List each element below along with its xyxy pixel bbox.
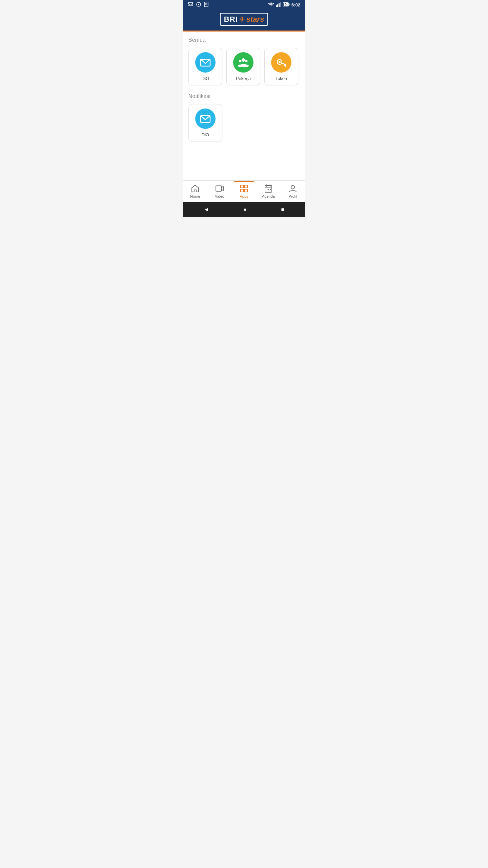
group-icon: [238, 57, 249, 68]
svg-rect-37: [265, 185, 272, 192]
logo-bri-text: BRI: [224, 15, 238, 24]
apps-grid-semua: DiO Pekerja: [188, 48, 300, 85]
svg-rect-8: [205, 3, 207, 5]
mail-icon: [200, 57, 211, 68]
apps-label: Apps: [240, 194, 248, 198]
nav-item-agenda[interactable]: Agenda: [256, 184, 281, 198]
svg-point-27: [279, 61, 281, 63]
home-button[interactable]: ●: [243, 206, 247, 213]
svg-rect-12: [280, 2, 281, 7]
mail-notif-icon: [200, 113, 211, 124]
battery-icon: [283, 2, 290, 7]
svg-rect-11: [279, 3, 280, 7]
app-card-dio-notif[interactable]: DiO: [188, 104, 222, 141]
dio-notif-icon-circle: [195, 108, 216, 129]
agenda-icon: [264, 184, 273, 193]
logo-satellite-icon: ✈: [239, 15, 245, 23]
app-card-dio-all[interactable]: DiO: [188, 48, 222, 85]
pekerja-icon-circle: [233, 52, 253, 73]
apps-grid-notifikasi: DiO: [188, 104, 300, 141]
dio-notif-label: DiO: [202, 132, 209, 137]
home-label: Home: [190, 194, 200, 198]
nav-item-video[interactable]: Video: [207, 184, 232, 198]
key-icon: [276, 57, 287, 68]
app-card-pekerja[interactable]: Pekerja: [226, 48, 260, 85]
svg-line-4: [190, 4, 191, 5]
svg-rect-15: [289, 3, 290, 5]
app-card-token[interactable]: Token: [264, 48, 298, 85]
token-icon-circle: [271, 52, 291, 73]
pekerja-label: Pekerja: [236, 76, 251, 81]
status-time: 6:02: [291, 2, 300, 7]
nav-item-profil[interactable]: Profil: [281, 184, 305, 198]
svg-line-28: [282, 63, 286, 65]
svg-point-44: [291, 185, 294, 189]
app-header: BRI ✈ stars: [183, 9, 305, 32]
signal-icon: [276, 2, 281, 8]
token-label: Token: [276, 76, 287, 81]
app-logo: BRI ✈ stars: [220, 13, 268, 26]
svg-rect-32: [216, 186, 222, 191]
section-semua-title: Semua: [188, 37, 300, 43]
status-bar: 6:02: [183, 0, 305, 9]
message-icon: [188, 2, 193, 8]
svg-point-6: [198, 4, 199, 5]
logo-stars-text: stars: [246, 15, 264, 24]
back-button[interactable]: ◄: [204, 206, 209, 213]
bottom-nav: Home Video Apps: [183, 180, 305, 202]
svg-rect-7: [204, 2, 208, 7]
video-icon: [215, 184, 224, 193]
dio-all-label: DiO: [202, 76, 209, 81]
section-notifikasi: Notifikasi DiO: [188, 93, 300, 141]
svg-rect-0: [188, 2, 193, 6]
main-content: Semua DiO: [183, 32, 305, 180]
svg-rect-9: [276, 5, 277, 7]
svg-point-22: [239, 60, 242, 62]
agenda-label: Agenda: [262, 194, 275, 198]
video-label: Video: [215, 194, 224, 198]
svg-rect-34: [245, 185, 247, 188]
section-semua: Semua DiO: [188, 37, 300, 85]
svg-point-23: [238, 64, 242, 67]
svg-rect-10: [277, 4, 278, 7]
nav-item-home[interactable]: Home: [183, 184, 207, 198]
svg-rect-36: [245, 189, 247, 192]
apps-icon: [239, 184, 249, 193]
android-nav-bar: ◄ ● ■: [183, 202, 305, 217]
profil-icon: [288, 184, 298, 193]
profil-label: Profil: [288, 194, 297, 198]
wifi-icon: [268, 2, 274, 8]
dio-all-icon-circle: [195, 52, 216, 73]
svg-rect-33: [241, 185, 243, 188]
svg-rect-35: [241, 189, 243, 192]
home-icon: [190, 184, 200, 193]
section-notifikasi-title: Notifikasi: [188, 93, 300, 99]
svg-point-24: [245, 60, 248, 62]
status-right-icons: 6:02: [268, 2, 300, 8]
recent-button[interactable]: ■: [281, 206, 285, 213]
radio-icon: [196, 2, 201, 8]
sim-icon: [204, 2, 208, 8]
svg-line-3: [189, 4, 190, 5]
svg-point-25: [245, 64, 249, 67]
status-left-icons: [188, 2, 208, 8]
nav-item-apps[interactable]: Apps: [232, 184, 256, 198]
svg-point-20: [242, 58, 245, 62]
